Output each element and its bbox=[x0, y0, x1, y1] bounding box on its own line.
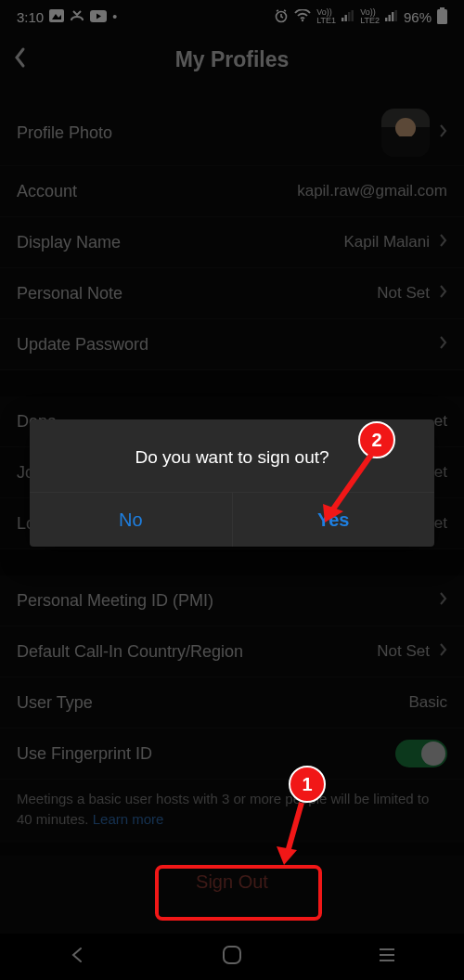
dialog-no-button[interactable]: No bbox=[30, 493, 232, 547]
status-time: 3:10 bbox=[17, 9, 44, 25]
fingerprint-toggle[interactable] bbox=[395, 740, 447, 767]
svg-rect-8 bbox=[348, 12, 350, 21]
dot-icon: • bbox=[112, 10, 117, 23]
svg-rect-15 bbox=[437, 9, 447, 24]
row-default-callin[interactable]: Default Call-In Country/Region Not Set bbox=[0, 626, 464, 677]
row-account: Account kapil.raw@gmail.com bbox=[0, 166, 464, 217]
profile-photo-label: Profile Photo bbox=[17, 123, 112, 143]
display-name-value: Kapil Malani bbox=[343, 233, 430, 251]
sign-out-button[interactable]: Sign Out bbox=[0, 856, 464, 909]
job-value: et bbox=[434, 463, 447, 482]
lte1-indicator: Vo)) LTE1 bbox=[316, 8, 336, 25]
status-bar: 3:10 • Vo)) LTE1 bbox=[0, 0, 464, 33]
svg-rect-18 bbox=[224, 947, 240, 963]
header: My Profiles bbox=[0, 33, 464, 85]
lte2-indicator: Vo)) LTE2 bbox=[360, 8, 380, 25]
account-value: kapil.raw@gmail.com bbox=[297, 182, 447, 200]
display-name-label: Display Name bbox=[17, 233, 121, 252]
sign-out-dialog: Do you want to sign out? No Yes bbox=[30, 419, 434, 547]
svg-rect-7 bbox=[345, 15, 347, 21]
row-user-type: User Type Basic bbox=[0, 677, 464, 729]
wifi-icon bbox=[294, 9, 311, 24]
row-display-name[interactable]: Display Name Kapil Malani bbox=[0, 217, 464, 268]
fingerprint-label: Use Fingerprint ID bbox=[17, 744, 152, 764]
row-fingerprint: Use Fingerprint ID bbox=[0, 729, 464, 780]
user-type-value: Basic bbox=[408, 693, 447, 712]
svg-rect-12 bbox=[392, 12, 393, 21]
nav-back-button[interactable] bbox=[68, 946, 86, 968]
chevron-right-icon bbox=[439, 284, 447, 303]
personal-note-label: Personal Note bbox=[17, 284, 122, 303]
signal-1-icon bbox=[342, 10, 354, 23]
row-update-password[interactable]: Update Password bbox=[0, 319, 464, 370]
back-button[interactable] bbox=[13, 46, 26, 72]
svg-rect-10 bbox=[385, 18, 387, 21]
svg-rect-13 bbox=[394, 10, 396, 21]
missed-call-icon bbox=[70, 9, 84, 24]
learn-more-link[interactable]: Learn more bbox=[93, 811, 164, 827]
nav-recents-button[interactable] bbox=[378, 947, 396, 967]
youtube-icon bbox=[90, 10, 107, 24]
pmi-label: Personal Meeting ID (PMI) bbox=[17, 591, 213, 611]
android-nav-bar bbox=[0, 934, 464, 980]
battery-text: 96% bbox=[404, 9, 432, 25]
dialog-message: Do you want to sign out? bbox=[30, 419, 434, 492]
user-type-label: User Type bbox=[17, 693, 93, 713]
chevron-right-icon bbox=[439, 591, 447, 611]
page-title: My Profiles bbox=[175, 47, 290, 72]
basic-user-note: Meetings a basic user hosts with 3 or mo… bbox=[0, 780, 464, 843]
nav-home-button[interactable] bbox=[221, 944, 243, 970]
personal-note-value: Not Set bbox=[377, 284, 430, 303]
signal-2-icon bbox=[385, 10, 398, 23]
avatar bbox=[381, 109, 430, 157]
department-value: et bbox=[434, 412, 447, 431]
row-pmi[interactable]: Personal Meeting ID (PMI) bbox=[0, 575, 464, 626]
svg-rect-14 bbox=[440, 7, 445, 9]
dialog-yes-button[interactable]: Yes bbox=[232, 493, 435, 547]
chevron-right-icon bbox=[439, 335, 447, 355]
update-password-label: Update Password bbox=[17, 335, 148, 355]
chevron-right-icon bbox=[439, 123, 447, 143]
svg-point-5 bbox=[302, 19, 303, 21]
account-label: Account bbox=[17, 182, 77, 201]
chevron-right-icon bbox=[439, 233, 447, 252]
location-value: et bbox=[434, 514, 447, 533]
svg-rect-6 bbox=[342, 18, 343, 21]
row-personal-note[interactable]: Personal Note Not Set bbox=[0, 268, 464, 319]
chevron-right-icon bbox=[439, 642, 447, 662]
image-icon bbox=[49, 9, 64, 24]
svg-rect-9 bbox=[352, 10, 354, 21]
callin-value: Not Set bbox=[377, 642, 430, 661]
battery-icon bbox=[437, 7, 447, 26]
svg-rect-11 bbox=[388, 15, 390, 21]
alarm-icon bbox=[274, 8, 289, 25]
callin-label: Default Call-In Country/Region bbox=[17, 642, 243, 662]
row-profile-photo[interactable]: Profile Photo bbox=[0, 100, 464, 166]
